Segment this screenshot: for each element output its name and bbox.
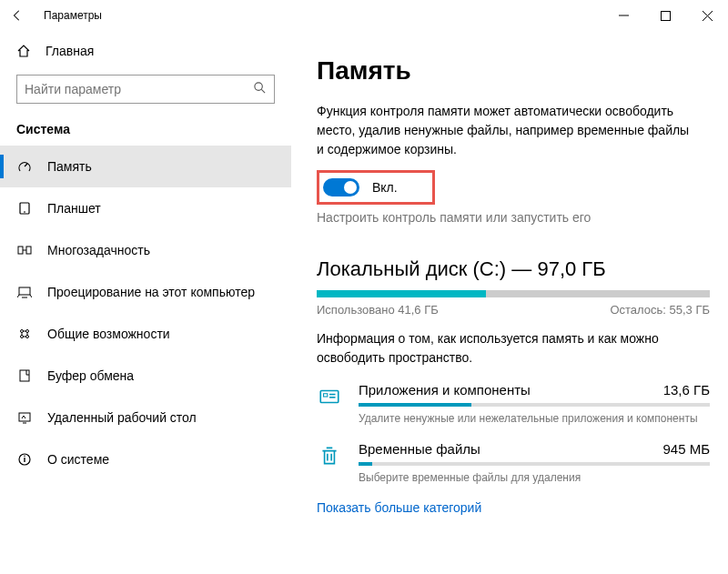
maximize-button[interactable] xyxy=(644,1,686,30)
svg-rect-33 xyxy=(329,397,336,398)
svg-rect-31 xyxy=(324,394,328,397)
svg-point-16 xyxy=(21,336,24,338)
window-title: Параметры xyxy=(38,9,602,22)
category-size: 13,6 ГБ xyxy=(663,382,710,398)
search-box[interactable] xyxy=(16,75,275,104)
configure-storage-sense-link[interactable]: Настроить контроль памяти или запустить … xyxy=(317,210,710,225)
svg-point-15 xyxy=(26,330,29,333)
svg-point-29 xyxy=(24,455,25,457)
close-button[interactable] xyxy=(686,1,728,30)
category-bar xyxy=(359,462,710,466)
disk-usage-bar xyxy=(317,290,710,297)
svg-point-17 xyxy=(26,336,29,338)
disk-free-label: Осталось: 55,3 ГБ xyxy=(610,303,710,317)
storage-category-1[interactable]: Временные файлы945 МБВыберите временные … xyxy=(317,441,710,484)
disk-used-label: Использовано 41,6 ГБ xyxy=(317,303,439,317)
toggle-label: Вкл. xyxy=(372,180,398,195)
category-hint: Удалите ненужные или нежелательные прило… xyxy=(359,412,710,425)
nav-icon xyxy=(16,201,33,216)
sidebar-item-label: Буфер обмена xyxy=(47,368,134,383)
category-size: 945 МБ xyxy=(662,441,710,457)
search-input[interactable] xyxy=(25,82,253,96)
search-icon xyxy=(253,81,267,97)
back-button[interactable] xyxy=(11,9,38,22)
category-name: Временные файлы xyxy=(359,441,480,457)
sidebar-item-7[interactable]: О системе xyxy=(0,438,291,480)
sidebar-item-label: Общие возможности xyxy=(47,327,170,341)
storage-category-0[interactable]: Приложения и компоненты13,6 ГБУдалите не… xyxy=(317,382,710,425)
sidebar-item-label: О системе xyxy=(47,452,109,467)
svg-rect-10 xyxy=(26,247,31,254)
sidebar-item-5[interactable]: Буфер обмена xyxy=(0,355,291,397)
sidebar-item-label: Планшет xyxy=(47,201,101,216)
home-link[interactable]: Главная xyxy=(0,36,291,65)
svg-point-14 xyxy=(21,330,24,333)
sidebar-item-1[interactable]: Планшет xyxy=(0,187,291,229)
svg-line-6 xyxy=(25,164,27,166)
nav-icon xyxy=(16,368,33,383)
home-label: Главная xyxy=(46,44,94,58)
page-title: Память xyxy=(317,56,710,86)
sidebar-item-6[interactable]: Удаленный рабочий стол xyxy=(0,397,291,438)
sidebar-item-label: Память xyxy=(47,159,92,174)
category-hint: Выберите временные файлы для удаления xyxy=(359,471,710,484)
disk-info: Информация о том, как используется памят… xyxy=(317,329,699,368)
nav-icon xyxy=(16,243,33,257)
svg-rect-22 xyxy=(20,370,29,381)
storage-sense-description: Функция контроля памяти может автоматиче… xyxy=(317,102,699,159)
sidebar-item-4[interactable]: Общие возможности xyxy=(0,313,291,355)
svg-rect-12 xyxy=(19,287,30,295)
svg-rect-1 xyxy=(661,11,670,20)
sidebar-item-label: Многозадачность xyxy=(47,243,150,257)
sidebar-item-label: Удаленный рабочий стол xyxy=(47,410,197,425)
sidebar-item-3[interactable]: Проецирование на этот компьютер xyxy=(0,271,291,313)
home-icon xyxy=(16,44,31,58)
nav-icon xyxy=(16,285,33,299)
category-icon xyxy=(317,443,342,468)
category-icon xyxy=(317,384,342,409)
nav-icon xyxy=(16,327,33,341)
disk-title: Локальный диск (C:) — 97,0 ГБ xyxy=(317,257,710,281)
show-more-link[interactable]: Показать больше категорий xyxy=(317,500,710,515)
category-bar xyxy=(359,403,710,407)
nav-icon xyxy=(16,410,33,425)
sidebar-item-0[interactable]: Память xyxy=(0,146,291,187)
svg-point-4 xyxy=(255,83,262,90)
svg-rect-32 xyxy=(329,394,336,396)
category-name: Приложения и компоненты xyxy=(359,382,531,398)
storage-sense-toggle[interactable] xyxy=(323,178,359,196)
svg-rect-9 xyxy=(18,247,23,254)
sidebar-item-2[interactable]: Многозадачность xyxy=(0,229,291,271)
svg-line-5 xyxy=(261,89,265,93)
nav-icon xyxy=(16,452,33,467)
storage-sense-toggle-row: Вкл. xyxy=(317,170,435,205)
nav-icon xyxy=(16,159,33,174)
sidebar-item-label: Проецирование на этот компьютер xyxy=(47,285,255,299)
minimize-button[interactable] xyxy=(602,1,644,30)
category-heading: Система xyxy=(0,116,291,146)
